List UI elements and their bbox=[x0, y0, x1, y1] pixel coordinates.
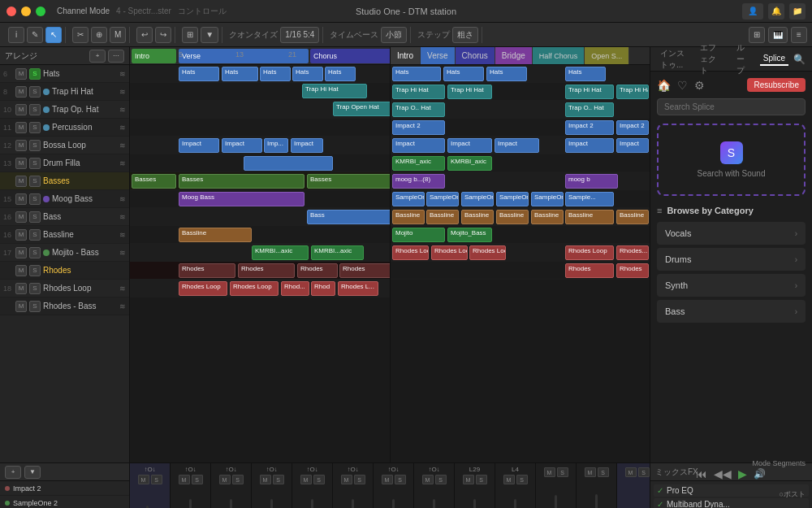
solo-btn[interactable]: S bbox=[29, 158, 41, 169]
clip[interactable]: SampleOne bbox=[531, 192, 564, 206]
clip[interactable]: Basses bbox=[179, 174, 304, 189]
clip[interactable]: Trap Hi Hat bbox=[447, 85, 492, 99]
mute-btn[interactable]: M bbox=[15, 247, 27, 258]
channel-solo-btn[interactable]: S bbox=[232, 475, 244, 484]
clip[interactable]: Impact bbox=[495, 138, 539, 153]
clip[interactable]: Trap Open Hat bbox=[333, 102, 390, 116]
clip[interactable]: Hats bbox=[292, 67, 323, 81]
mute-btn[interactable]: M bbox=[15, 265, 27, 276]
mute-btn[interactable]: M bbox=[15, 211, 27, 223]
channel-solo-btn[interactable]: S bbox=[557, 467, 568, 477]
clip[interactable]: moog b...(8) bbox=[392, 174, 445, 189]
mixer-add-track-btn[interactable]: + bbox=[5, 466, 21, 479]
solo-btn[interactable]: S bbox=[29, 122, 41, 133]
channel-solo-btn[interactable]: S bbox=[273, 475, 284, 484]
solo-btn[interactable]: S bbox=[29, 211, 41, 223]
mixer-button[interactable]: ≡ bbox=[791, 27, 807, 43]
clip[interactable]: Bassline bbox=[616, 210, 649, 224]
snap-options-button[interactable]: ▼ bbox=[201, 27, 218, 43]
clip[interactable]: Mojito bbox=[392, 228, 445, 242]
solo-btn[interactable]: S bbox=[29, 247, 41, 258]
category-bass[interactable]: Bass › bbox=[657, 300, 806, 323]
mute-btn[interactable]: M bbox=[15, 86, 27, 98]
clip[interactable]: Rhodes Loop bbox=[230, 281, 279, 296]
settings-icon-btn[interactable]: ⚙ bbox=[694, 79, 705, 92]
clip[interactable]: Bassline bbox=[392, 210, 425, 224]
volume-icon[interactable]: 🔊 bbox=[754, 467, 766, 480]
solo-btn[interactable]: S bbox=[29, 301, 41, 312]
clip[interactable]: Rhodes bbox=[179, 263, 235, 278]
tab-splice[interactable]: Splice bbox=[760, 52, 788, 66]
clip[interactable]: Moog Bass bbox=[179, 192, 304, 206]
clip[interactable]: Bassline bbox=[531, 210, 564, 224]
draw-tool-button[interactable]: ✎ bbox=[27, 27, 43, 43]
timemap-value-button[interactable]: 小節 bbox=[381, 27, 407, 43]
tl-section-halfchorus[interactable]: Half Chorus bbox=[533, 47, 585, 64]
solo-btn[interactable]: S bbox=[29, 86, 41, 98]
clip[interactable]: Rhodes bbox=[616, 263, 649, 278]
clip[interactable]: KMRBI_axic bbox=[392, 156, 445, 171]
channel-mute-btn[interactable]: M bbox=[138, 475, 149, 484]
undo-button[interactable]: ↩ bbox=[136, 27, 153, 43]
mixer-track-item[interactable]: Impact 2 bbox=[0, 481, 129, 496]
clip[interactable]: Bassline bbox=[496, 210, 529, 224]
channel-mute-btn[interactable]: M bbox=[625, 467, 637, 477]
channel-solo-btn[interactable]: S bbox=[638, 467, 650, 477]
mute-button[interactable]: M bbox=[110, 27, 126, 43]
tl-section-opens[interactable]: Open S... bbox=[585, 47, 629, 64]
category-drums[interactable]: Drums › bbox=[657, 248, 806, 271]
clip[interactable]: Trap Hi Hat bbox=[392, 85, 445, 99]
close-button[interactable] bbox=[6, 7, 16, 16]
step-value-button[interactable]: 粗さ bbox=[452, 27, 478, 43]
tab-instruments[interactable]: インストゥ... bbox=[657, 46, 690, 72]
channel-mute-btn[interactable]: M bbox=[463, 475, 474, 484]
clip[interactable]: Hats bbox=[222, 67, 258, 81]
tl-section-bridge[interactable]: Bridge bbox=[495, 47, 533, 64]
maximize-button[interactable] bbox=[36, 7, 45, 16]
channel-solo-btn[interactable]: S bbox=[516, 475, 528, 484]
clip[interactable]: Bassline bbox=[565, 210, 614, 224]
tl-section-chorus[interactable]: Chorus bbox=[456, 47, 495, 64]
clip[interactable]: SampleOne bbox=[461, 192, 494, 206]
mute-btn[interactable]: M bbox=[15, 140, 27, 151]
mute-btn[interactable]: M bbox=[15, 193, 27, 205]
clip[interactable]: Rhod... bbox=[281, 281, 309, 296]
clip[interactable]: KMRBI...axic bbox=[311, 245, 364, 260]
clip[interactable]: Basses bbox=[132, 174, 176, 189]
clip[interactable]: Rhodes Loop bbox=[392, 245, 429, 260]
clip[interactable]: Impact bbox=[616, 138, 649, 153]
clip[interactable]: KMRBI...axic bbox=[252, 245, 309, 260]
channel-solo-btn[interactable]: S bbox=[435, 475, 447, 484]
channel-mute-btn[interactable]: M bbox=[503, 475, 515, 484]
clip[interactable]: Impact bbox=[447, 138, 492, 153]
solo-btn[interactable]: S bbox=[29, 229, 41, 241]
clip[interactable]: Impact bbox=[565, 138, 614, 153]
channel-solo-btn[interactable]: S bbox=[354, 475, 365, 484]
user-avatar[interactable]: 👤 bbox=[742, 3, 763, 20]
clip[interactable]: Hats bbox=[486, 67, 527, 81]
clip[interactable]: Trap O.. Hat bbox=[565, 102, 614, 117]
clip[interactable]: SampleOne bbox=[496, 192, 529, 206]
channel-mute-btn[interactable]: M bbox=[585, 467, 596, 477]
clip[interactable]: Impact bbox=[222, 138, 262, 153]
search-with-sound-area[interactable]: S Search with Sound bbox=[657, 124, 806, 196]
clip[interactable]: Bass bbox=[307, 210, 390, 224]
clip[interactable]: Rhod bbox=[311, 281, 335, 296]
solo-btn[interactable]: S bbox=[29, 283, 41, 294]
clip[interactable]: Mojito_Bass bbox=[447, 228, 492, 242]
solo-btn[interactable]: S bbox=[29, 193, 41, 205]
channel-mute-btn[interactable]: M bbox=[219, 475, 231, 484]
channel-mute-btn[interactable]: M bbox=[341, 475, 352, 484]
pointer-tool-button[interactable]: ↖ bbox=[45, 27, 62, 43]
clip[interactable]: Impact 2 bbox=[616, 120, 649, 135]
tl-section-verse[interactable]: Verse bbox=[421, 47, 456, 64]
solo-btn[interactable]: S bbox=[29, 140, 41, 151]
clip[interactable]: Hats bbox=[260, 67, 291, 81]
clip[interactable]: Rhodes Loop bbox=[469, 245, 506, 260]
heart-icon-btn[interactable]: ♡ bbox=[677, 79, 688, 92]
mute-btn[interactable]: M bbox=[15, 122, 27, 133]
clip[interactable]: Bassline bbox=[461, 210, 494, 224]
clip[interactable]: SampleOne bbox=[426, 192, 459, 206]
solo-btn[interactable]: S bbox=[29, 176, 41, 187]
channel-mute-btn[interactable]: M bbox=[300, 475, 312, 484]
